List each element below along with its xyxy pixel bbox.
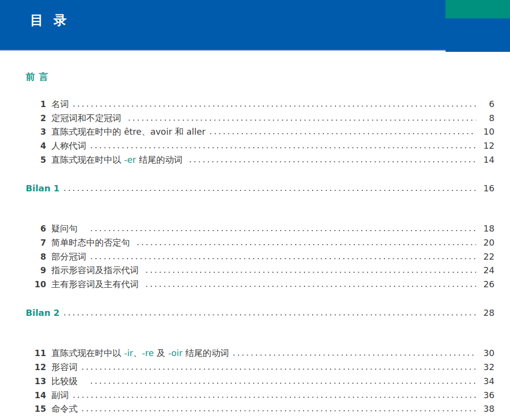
page-header: 目 录 bbox=[0, 0, 510, 52]
page-number: 26 bbox=[480, 278, 494, 291]
toc-entry: 6疑问句 18 bbox=[26, 222, 494, 236]
entry-label: 指示形容词及指示代词 bbox=[51, 264, 142, 277]
entry-number: 14 bbox=[26, 389, 46, 403]
entry-label: 形容词 bbox=[51, 360, 78, 374]
label-text: 直陈式现在时中以 bbox=[51, 155, 124, 165]
entry-label: 比较级 bbox=[51, 374, 86, 388]
label-text: 人称代词 bbox=[51, 140, 86, 151]
french-suffix-text: -oir bbox=[168, 348, 183, 358]
toc-entry: 1名词6 bbox=[26, 97, 494, 111]
label-text: 结尾的动词 bbox=[183, 348, 229, 358]
entry-number: 2 bbox=[26, 112, 46, 125]
label-text: 副词 bbox=[51, 390, 69, 400]
page-title: 目 录 bbox=[30, 12, 69, 29]
dot-leader bbox=[71, 396, 476, 398]
entry-number: 4 bbox=[26, 140, 46, 153]
french-suffix-text: -ir bbox=[124, 348, 133, 358]
label-text: 命令式 bbox=[51, 404, 78, 414]
page-number: 34 bbox=[480, 374, 494, 388]
dot-leader bbox=[144, 285, 476, 287]
entry-number: 10 bbox=[26, 278, 46, 292]
french-suffix-text: -er bbox=[124, 155, 136, 165]
page-number: 36 bbox=[480, 389, 494, 402]
page-number: 10 bbox=[480, 125, 494, 139]
label-text: 及 bbox=[154, 348, 168, 358]
toc-content: 前 言 1名词62定冠词和不定冠词 83直陈式现在时中的 être、avoir … bbox=[0, 52, 510, 416]
page-number: 14 bbox=[480, 153, 494, 167]
toc-entry: 12形容词32 bbox=[26, 360, 494, 374]
dot-leader bbox=[89, 147, 476, 149]
label-text: 、 bbox=[133, 348, 142, 358]
page-number: 8 bbox=[480, 111, 494, 125]
page-number: 32 bbox=[480, 360, 494, 374]
dot-leader bbox=[80, 410, 476, 412]
page-number: 12 bbox=[480, 139, 494, 153]
page-number: 24 bbox=[480, 264, 494, 277]
toc-entry: 3直陈式现在时中的 être、avoir 和 aller10 bbox=[26, 125, 494, 139]
label-text: 比较级 bbox=[51, 376, 86, 386]
dot-leader bbox=[62, 189, 476, 191]
entry-number: 15 bbox=[26, 403, 46, 416]
entry-number: 9 bbox=[26, 264, 46, 278]
entry-number: 8 bbox=[26, 250, 46, 264]
dot-leader bbox=[144, 271, 476, 273]
entry-label: 副词 bbox=[51, 389, 69, 402]
label-text: 主有形容词及主有代词 bbox=[51, 279, 142, 289]
dot-leader bbox=[80, 368, 476, 370]
toc-entry: 13比较级 34 bbox=[26, 374, 494, 389]
toc-group: 1名词62定冠词和不定冠词 83直陈式现在时中的 être、avoir 和 al… bbox=[26, 97, 494, 167]
entry-number: 12 bbox=[26, 361, 46, 374]
page-number: 28 bbox=[480, 306, 494, 320]
french-suffix-text: -re bbox=[142, 348, 154, 358]
entry-label: 名词 bbox=[51, 97, 69, 111]
toc-entry: 14副词36 bbox=[26, 389, 494, 403]
entry-number: 5 bbox=[26, 154, 46, 167]
dot-leader bbox=[89, 382, 476, 384]
toc-entry: 9指示形容词及指示代词 24 bbox=[26, 264, 494, 278]
bilan-row: Bilan 116 bbox=[26, 182, 494, 195]
dot-leader bbox=[62, 314, 476, 316]
page-number: 16 bbox=[480, 182, 494, 195]
page-number: 18 bbox=[480, 222, 494, 235]
header-teal-accent bbox=[446, 0, 510, 18]
page-number: 30 bbox=[480, 346, 494, 360]
page-number: 22 bbox=[480, 250, 494, 264]
label-text: 定冠词和不定冠词 bbox=[51, 113, 124, 123]
entry-number: 3 bbox=[26, 125, 46, 139]
entry-label: 直陈式现在时中的 être、avoir 和 aller bbox=[51, 125, 206, 139]
entry-number: 7 bbox=[26, 236, 46, 250]
toc-entry: 15命令式38 bbox=[26, 402, 494, 416]
entry-label: 定冠词和不定冠词 bbox=[51, 111, 124, 125]
dot-leader bbox=[231, 354, 476, 356]
label-text: 名词 bbox=[51, 99, 69, 109]
dot-leader bbox=[89, 230, 476, 232]
entry-number: 6 bbox=[26, 222, 46, 236]
toc-entry: 8部分冠词22 bbox=[26, 250, 494, 264]
entry-number: 1 bbox=[26, 98, 46, 111]
toc-group: 6疑问句 187简单时态中的否定句 208部分冠词229指示形容词及指示代词 2… bbox=[26, 222, 494, 292]
label-text: 疑问句 bbox=[51, 223, 86, 233]
entry-label: 直陈式现在时中以 -ir、-re 及 -oir 结尾的动词 bbox=[51, 346, 229, 360]
preface-heading: 前 言 bbox=[26, 71, 494, 82]
toc-entry: 2定冠词和不定冠词 8 bbox=[26, 111, 494, 125]
dot-leader bbox=[127, 119, 476, 121]
label-text: 直陈式现在时中的 être、avoir 和 aller bbox=[51, 126, 206, 137]
entry-label: 命令式 bbox=[51, 402, 78, 416]
entry-label: 部分冠词 bbox=[51, 250, 86, 264]
dot-leader bbox=[188, 161, 476, 163]
page-number: 6 bbox=[480, 97, 494, 111]
entry-label: 人称代词 bbox=[51, 139, 86, 153]
toc: 1名词62定冠词和不定冠词 83直陈式现在时中的 être、avoir 和 al… bbox=[26, 97, 494, 416]
entry-label: 主有形容词及主有代词 bbox=[51, 278, 142, 291]
dot-leader bbox=[208, 133, 476, 135]
page-number: 38 bbox=[480, 402, 494, 416]
entry-label: 简单时态中的否定句 bbox=[51, 236, 133, 249]
label-text: 简单时态中的否定句 bbox=[51, 237, 133, 248]
bilan-label: Bilan 1 bbox=[26, 182, 60, 195]
toc-group: 11直陈式现在时中以 -ir、-re 及 -oir 结尾的动词3012形容词32… bbox=[26, 346, 494, 416]
label-text: 形容词 bbox=[51, 362, 78, 372]
label-text: 结尾的动词 bbox=[136, 155, 185, 165]
toc-page: 目 录 前 言 1名词62定冠词和不定冠词 83直陈式现在时中的 être、av… bbox=[0, 0, 510, 420]
entry-number: 11 bbox=[26, 347, 46, 360]
toc-entry: 10主有形容词及主有代词 26 bbox=[26, 278, 494, 292]
